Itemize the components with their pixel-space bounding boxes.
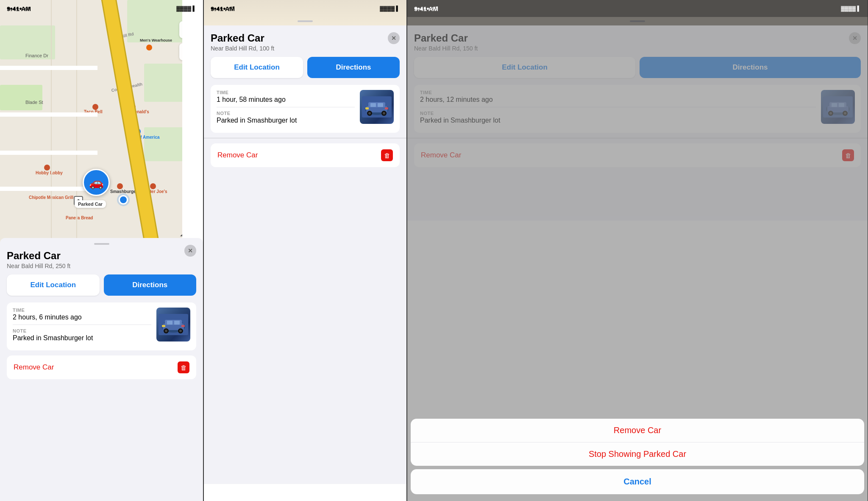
- note-label-1: NOTE: [13, 328, 151, 333]
- svg-rect-9: [174, 321, 180, 325]
- time-label-1: TIME: [13, 308, 151, 313]
- time-1: 9:41 AM: [0, 0, 203, 17]
- phone-1: ●●●●● wifi 9:41 AM ▓▓▓▓ ▌: [0, 0, 203, 501]
- svg-point-18: [368, 112, 371, 115]
- svg-point-19: [383, 112, 385, 115]
- action-sheet: Remove Car Stop Showing Parked Car Cance…: [407, 419, 868, 501]
- svg-rect-23: [385, 107, 388, 109]
- action-stop-showing[interactable]: Stop Showing Parked Car: [411, 442, 864, 466]
- poi-panera-label: Panera Bread: [66, 216, 93, 220]
- poi-hobby: [44, 165, 50, 171]
- status-bar-1: ●●●●● wifi 9:41 AM ▓▓▓▓ ▌: [0, 0, 203, 17]
- svg-rect-22: [365, 107, 369, 109]
- time-value-1: 2 hours, 6 minutes ago: [13, 313, 151, 321]
- svg-point-7: [179, 330, 182, 332]
- section-divider-2: [204, 138, 406, 138]
- svg-rect-11: [181, 325, 185, 327]
- svg-rect-8: [167, 321, 172, 325]
- action-sheet-group: Remove Car Stop Showing Parked Car: [411, 419, 864, 466]
- close-button-2[interactable]: ✕: [388, 32, 400, 44]
- directions-button-2[interactable]: Directions: [307, 57, 400, 78]
- note-value-1: Parked in Smashburger lot: [13, 334, 151, 342]
- car-photo-1: [156, 308, 190, 341]
- poi-mens-label: Men's Wearhouse: [140, 38, 172, 42]
- info-row-1: TIME 2 hours, 6 minutes ago NOTE Parked …: [13, 308, 190, 345]
- map-1: Finance Dr Blade St Bald Hill Rd Commonw…: [0, 0, 203, 246]
- road-label-blade: Blade St: [25, 100, 43, 105]
- car-photo-img-2: [360, 90, 394, 124]
- car-marker-1[interactable]: 🚗: [83, 169, 110, 196]
- status-bar-3: ●●●●● wifi 9:41 AM ▓▓▓▓ ▌: [407, 0, 868, 17]
- svg-rect-20: [370, 103, 376, 107]
- note-value-2: Parked in Smashburger lot: [217, 117, 355, 124]
- time-value-2: 1 hour, 58 minutes ago: [217, 96, 355, 104]
- svg-point-6: [165, 330, 167, 332]
- remove-car-button-1[interactable]: Remove Car 🗑: [7, 355, 196, 379]
- close-button-1[interactable]: ✕: [184, 245, 196, 257]
- location-dot-1: [119, 195, 128, 204]
- divider-1: [13, 325, 151, 325]
- parked-label-1: Parked Car: [75, 200, 106, 208]
- info-text-2: TIME 1 hour, 58 minutes ago NOTE Parked …: [217, 90, 355, 128]
- car-photo-2: [360, 90, 394, 124]
- remove-car-label-1: Remove Car: [14, 363, 54, 372]
- phone-2: ●●●●● wifi 9:41 AM ▓▓▓▓ ▌ Parked Car Nea…: [203, 0, 407, 501]
- note-label-2: NOTE: [217, 111, 355, 116]
- edit-location-button-1[interactable]: Edit Location: [7, 274, 100, 296]
- remove-car-label-2: Remove Car: [217, 151, 258, 160]
- poi-smash-label: Smashburger: [110, 189, 137, 194]
- close-icon-2: ✕: [391, 35, 396, 42]
- svg-rect-21: [378, 103, 383, 107]
- sheet-subtitle-2: Near Bald Hill Rd, 100 ft: [211, 45, 400, 52]
- phone-3: ●●●●● wifi 9:41 AM ▓▓▓▓ ▌ Parked Car Nea…: [407, 0, 868, 501]
- car-photo-img-1: [156, 308, 190, 341]
- action-cancel[interactable]: Cancel: [411, 469, 864, 494]
- svg-rect-10: [162, 325, 165, 327]
- status-bar-2: ●●●●● wifi 9:41 AM ▓▓▓▓ ▌: [204, 0, 406, 17]
- divider-2: [217, 107, 355, 107]
- poi-trader: [150, 183, 156, 189]
- edit-location-button-2[interactable]: Edit Location: [211, 57, 303, 78]
- sheet-title-1: Parked Car: [7, 250, 196, 262]
- poi-hobby-label: Hobby Lobby: [36, 171, 63, 175]
- road-label-finance: Finance Dr: [25, 53, 48, 58]
- drag-handle-top-2: [298, 20, 313, 22]
- time-3: 9:41 AM: [407, 0, 868, 17]
- bottom-sheet-1: ✕ Parked Car Near Bald Hill Rd, 250 ft E…: [0, 238, 203, 501]
- action-buttons-2: Edit Location Directions: [211, 57, 400, 78]
- info-text-1: TIME 2 hours, 6 minutes ago NOTE Parked …: [13, 308, 151, 345]
- info-section-2: TIME 1 hour, 58 minutes ago NOTE Parked …: [211, 85, 400, 133]
- time-label-2: TIME: [217, 90, 355, 95]
- poi-taco: [92, 104, 98, 110]
- action-buttons-1: Edit Location Directions: [7, 274, 196, 296]
- trash-icon-2: 🗑: [381, 149, 393, 161]
- trash-icon-1: 🗑: [178, 361, 189, 373]
- car-icon-1: 🚗: [89, 176, 104, 190]
- info-section-1: TIME 2 hours, 6 minutes ago NOTE Parked …: [7, 302, 196, 350]
- action-remove-car[interactable]: Remove Car: [411, 419, 864, 442]
- sheet-subtitle-1: Near Bald Hill Rd, 250 ft: [7, 263, 196, 269]
- remove-car-button-2[interactable]: Remove Car 🗑: [211, 143, 400, 167]
- time-2: 9:41 AM: [204, 0, 406, 17]
- sheet-content-2: Parked Car Near Bald Hill Rd, 100 ft ✕ E…: [204, 25, 406, 484]
- poi-mens: [146, 45, 152, 50]
- directions-button-1[interactable]: Directions: [104, 274, 197, 296]
- drag-handle-1: [94, 243, 109, 245]
- sheet-header-2: Parked Car Near Bald Hill Rd, 100 ft ✕: [211, 32, 400, 52]
- sheet-title-2: Parked Car: [211, 32, 400, 44]
- info-row-2: TIME 1 hour, 58 minutes ago NOTE Parked …: [217, 90, 394, 128]
- close-icon-1: ✕: [188, 247, 193, 254]
- poi-smash: [117, 183, 123, 189]
